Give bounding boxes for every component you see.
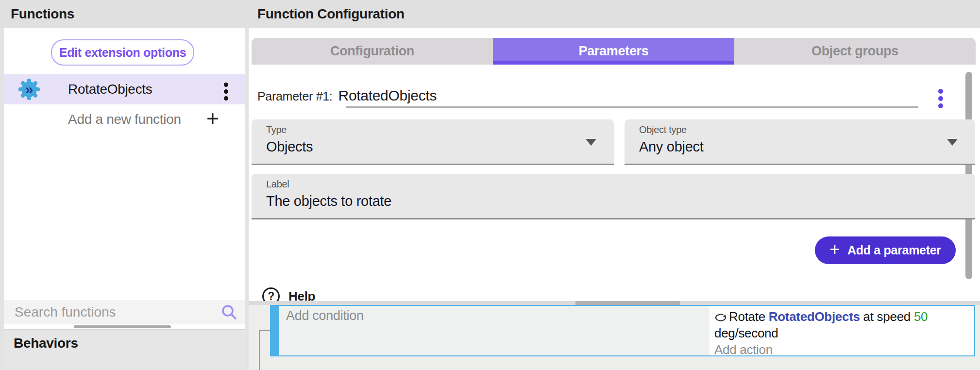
parameter-type-select[interactable]: Type Objects <box>252 119 614 165</box>
tab-parameters[interactable]: Parameters <box>493 38 734 65</box>
gdevelop-extension-editor: Functions Function Configuration Edit ex… <box>0 0 980 370</box>
function-gear-icon: » <box>17 78 41 101</box>
subevent-indent-line <box>259 330 260 370</box>
action-speed-value: 50 <box>914 309 928 324</box>
action-sentence[interactable]: Rotate RotatedObjects at speed 50 <box>714 308 974 325</box>
action-object-name: RotatedObjects <box>769 309 860 324</box>
function-configuration-title: Function Configuration <box>257 6 405 22</box>
behaviors-label: Behaviors <box>14 336 78 351</box>
configuration-tabbar: Configuration Parameters Object groups <box>252 38 976 65</box>
search-functions-input[interactable] <box>15 302 209 322</box>
function-configuration-panel: Configuration Parameters Object groups P… <box>249 28 980 301</box>
add-function-label: Add a new function <box>68 112 181 127</box>
parameter-options-menu-icon[interactable] <box>938 89 943 108</box>
tab-configuration[interactable]: Configuration <box>252 38 493 65</box>
action-prefix: Rotate <box>729 309 769 324</box>
tab-object-groups-label: Object groups <box>811 44 898 59</box>
plus-icon: + <box>829 239 840 260</box>
object-type-select[interactable]: Object type Any object <box>625 119 975 165</box>
function-list-item-rotateobjects[interactable]: » RotateObjects <box>4 74 245 104</box>
search-functions-bar <box>4 300 245 324</box>
object-type-field-label: Object type <box>639 124 687 135</box>
event-row[interactable]: Add condition Rotate RotatedObjects at s… <box>270 305 975 356</box>
parameter-name-underline <box>346 106 918 108</box>
add-condition-link[interactable]: Add condition <box>286 308 364 323</box>
events-sheet-panel: Add condition Rotate RotatedObjects at s… <box>249 301 980 370</box>
parameter-number-label: Parameter #1: <box>257 89 333 103</box>
parameter-label-input[interactable]: Label The objects to rotate <box>252 174 975 219</box>
object-type-field-value: Any object <box>639 139 703 155</box>
tab-parameters-label: Parameters <box>578 44 648 59</box>
horizontal-scrollbar-thumb[interactable] <box>74 325 171 328</box>
type-field-value: Objects <box>266 139 313 155</box>
chevron-down-icon <box>586 139 596 146</box>
add-action-link[interactable]: Add action <box>714 341 974 358</box>
functions-sidebar: Edit extension options » RotateObjects A… <box>4 28 245 370</box>
action-middle: at speed <box>860 309 914 324</box>
edit-extension-options-label: Edit extension options <box>59 46 186 60</box>
panel-headers: Functions Function Configuration <box>0 0 980 28</box>
add-parameter-label: Add a parameter <box>847 243 941 257</box>
parameter-name-input[interactable]: RotatedObjects <box>338 87 437 104</box>
events-scrollbar-thumb[interactable] <box>575 301 680 305</box>
functions-panel-title: Functions <box>11 6 74 22</box>
function-context-menu-icon[interactable] <box>224 83 228 101</box>
label-field-label: Label <box>266 179 289 190</box>
behaviors-section-header[interactable]: Behaviors <box>4 329 245 370</box>
tab-configuration-label: Configuration <box>330 44 414 59</box>
function-name-label: RotateObjects <box>68 82 152 97</box>
event-selected-handle[interactable] <box>271 306 279 355</box>
tab-object-groups[interactable]: Object groups <box>734 38 976 65</box>
event-conditions-area[interactable]: Add condition <box>279 306 710 355</box>
parameter-name-row: Parameter #1: RotatedObjects <box>257 87 437 104</box>
add-new-function-row[interactable]: Add a new function + <box>4 108 245 132</box>
search-icon[interactable] <box>221 304 237 320</box>
action-suffix: deg/second <box>714 325 974 341</box>
label-field-value: The objects to rotate <box>266 193 391 209</box>
plus-icon: + <box>206 107 219 130</box>
event-actions-area[interactable]: Rotate RotatedObjects at speed 50 deg/se… <box>710 306 974 355</box>
add-parameter-button[interactable]: + Add a parameter <box>815 236 956 264</box>
chevron-down-icon <box>947 139 958 146</box>
svg-text:»: » <box>25 81 33 97</box>
rotate-icon <box>714 313 727 322</box>
events-horizontal-scrollbar <box>249 301 980 305</box>
type-field-label: Type <box>266 124 287 135</box>
edit-extension-options-button[interactable]: Edit extension options <box>51 39 194 66</box>
